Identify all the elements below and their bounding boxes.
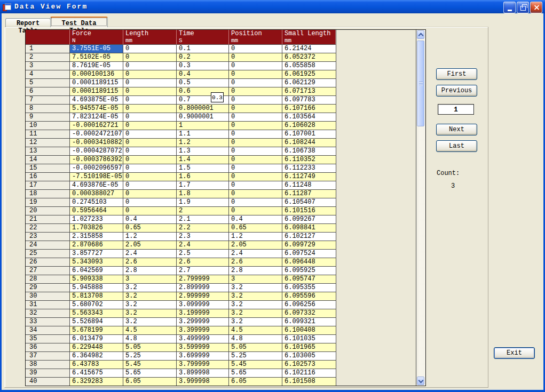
data-cell[interactable]: 6.098841 xyxy=(282,224,336,233)
data-cell[interactable]: -0.0004287072 xyxy=(70,147,123,156)
data-cell[interactable]: 0 xyxy=(123,122,177,130)
row-header-cell[interactable]: 9 xyxy=(26,113,70,122)
data-cell[interactable]: 0 xyxy=(229,105,282,113)
data-cell[interactable]: 2.799999 xyxy=(177,275,229,284)
data-cell[interactable]: -0.000162721 xyxy=(70,122,123,130)
data-cell[interactable]: 3.2 xyxy=(229,292,282,301)
data-cell[interactable]: 1.3 xyxy=(177,147,229,156)
data-cell[interactable]: 2.5 xyxy=(177,250,229,258)
data-cell[interactable]: 6.102116 xyxy=(282,369,336,378)
close-button[interactable] xyxy=(530,2,542,13)
scroll-thumb[interactable] xyxy=(417,41,424,126)
column-header-time[interactable]: TimeS xyxy=(177,30,229,45)
data-cell[interactable]: 0 xyxy=(123,79,177,87)
row-header-cell[interactable]: 38 xyxy=(26,361,70,369)
data-cell[interactable]: 6.096256 xyxy=(282,301,336,309)
row-header-cell[interactable]: 12 xyxy=(26,139,70,147)
data-cell[interactable]: 6.112233 xyxy=(282,164,336,173)
data-cell[interactable]: 5.65 xyxy=(123,369,177,378)
data-cell[interactable]: 6.110352 xyxy=(282,156,336,164)
data-cell[interactable]: 3.199999 xyxy=(177,309,229,318)
data-cell[interactable]: 5.526894 xyxy=(70,318,123,326)
data-cell[interactable]: 6.061925 xyxy=(282,70,336,79)
data-cell[interactable]: 0 xyxy=(123,173,177,181)
data-cell[interactable]: 6.102573 xyxy=(282,361,336,369)
data-cell[interactable]: 0 xyxy=(229,190,282,198)
data-cell[interactable]: -7.510198E-05 xyxy=(70,173,123,181)
data-cell[interactable]: 6.099267 xyxy=(282,215,336,224)
data-cell[interactable]: 2.3 xyxy=(177,233,229,241)
data-cell[interactable]: 0.000388027 xyxy=(70,190,123,198)
data-cell[interactable]: 6.095747 xyxy=(282,275,336,284)
data-cell[interactable]: 3 xyxy=(229,275,282,284)
row-header-cell[interactable]: 19 xyxy=(26,198,70,207)
data-cell[interactable]: 6.112749 xyxy=(282,173,336,181)
data-cell[interactable]: 5.05 xyxy=(123,343,177,352)
data-cell[interactable]: 1.5 xyxy=(177,164,229,173)
data-cell[interactable]: 1.1 xyxy=(177,130,229,139)
exit-button[interactable]: Exit xyxy=(494,347,535,359)
data-cell[interactable]: 0 xyxy=(123,156,177,164)
data-cell[interactable]: 5.563343 xyxy=(70,309,123,318)
data-cell[interactable]: 6.101508 xyxy=(282,378,336,386)
data-cell[interactable]: 3.2 xyxy=(229,318,282,326)
tab-report-table[interactable]: Report Table xyxy=(5,18,51,27)
row-header-cell[interactable]: 13 xyxy=(26,147,70,156)
data-cell[interactable]: 6.11287 xyxy=(282,190,336,198)
row-header-cell[interactable]: 8 xyxy=(26,105,70,113)
data-cell[interactable]: 5.678199 xyxy=(70,326,123,335)
data-cell[interactable]: 0.3 xyxy=(177,62,229,70)
data-cell[interactable]: 0.65 xyxy=(229,224,282,233)
data-cell[interactable]: 0.4 xyxy=(177,70,229,79)
scroll-down-button[interactable] xyxy=(417,377,424,385)
data-cell[interactable]: 0 xyxy=(229,139,282,147)
data-cell[interactable]: 6.062129 xyxy=(282,79,336,87)
data-cell[interactable]: 7.5102E-05 xyxy=(70,53,123,62)
data-cell[interactable]: 0 xyxy=(229,147,282,156)
data-cell[interactable]: 5.25 xyxy=(123,352,177,361)
row-header-cell[interactable]: 21 xyxy=(26,215,70,224)
data-cell[interactable]: 6.042569 xyxy=(70,267,123,275)
data-cell[interactable]: 2.870686 xyxy=(70,241,123,250)
data-cell[interactable]: 4.8 xyxy=(229,335,282,343)
data-cell[interactable]: 0 xyxy=(123,87,177,96)
data-cell[interactable]: 0 xyxy=(123,164,177,173)
data-cell[interactable]: 3.2 xyxy=(123,301,177,309)
data-cell[interactable]: 0 xyxy=(229,113,282,122)
data-cell[interactable]: 2.6 xyxy=(123,258,177,267)
data-cell[interactable]: 2.05 xyxy=(123,241,177,250)
scroll-up-button[interactable] xyxy=(417,30,424,39)
data-cell[interactable]: 0.000100136 xyxy=(70,70,123,79)
row-header-cell[interactable]: 34 xyxy=(26,326,70,335)
row-header-cell[interactable]: 14 xyxy=(26,156,70,164)
next-button[interactable]: Next xyxy=(436,124,477,135)
data-cell[interactable]: 2.899999 xyxy=(177,284,229,292)
last-button[interactable]: Last xyxy=(436,140,477,152)
data-cell[interactable]: 1.8 xyxy=(177,190,229,198)
row-header-cell[interactable]: 3 xyxy=(26,62,70,70)
data-cell[interactable]: 6.102127 xyxy=(282,233,336,241)
row-header-cell[interactable]: 37 xyxy=(26,352,70,361)
data-cell[interactable]: 0.9000001 xyxy=(177,113,229,122)
data-cell[interactable]: 1.027233 xyxy=(70,215,123,224)
row-header-cell[interactable]: 39 xyxy=(26,369,70,378)
data-cell[interactable]: 2.8 xyxy=(229,267,282,275)
data-cell[interactable]: 6.071713 xyxy=(282,87,336,96)
data-cell[interactable]: 6.415675 xyxy=(70,369,123,378)
data-cell[interactable]: 0 xyxy=(123,96,177,105)
data-cell[interactable]: 2.315858 xyxy=(70,233,123,241)
data-cell[interactable]: 0 xyxy=(123,190,177,198)
data-cell[interactable]: 0.4 xyxy=(229,215,282,224)
data-cell[interactable]: 3.299999 xyxy=(177,318,229,326)
data-cell[interactable]: 3.599999 xyxy=(177,343,229,352)
data-cell[interactable]: 5.909338 xyxy=(70,275,123,284)
data-cell[interactable]: 0 xyxy=(229,207,282,215)
minimize-button[interactable] xyxy=(503,2,516,13)
data-cell[interactable]: 5.45 xyxy=(229,361,282,369)
row-header-cell[interactable]: 27 xyxy=(26,267,70,275)
data-cell[interactable]: 2.6 xyxy=(177,258,229,267)
data-cell[interactable]: 3.2 xyxy=(123,292,177,301)
row-header-cell[interactable]: 32 xyxy=(26,309,70,318)
row-header-cell[interactable]: 20 xyxy=(26,207,70,215)
data-cell[interactable]: 5.05 xyxy=(229,343,282,352)
